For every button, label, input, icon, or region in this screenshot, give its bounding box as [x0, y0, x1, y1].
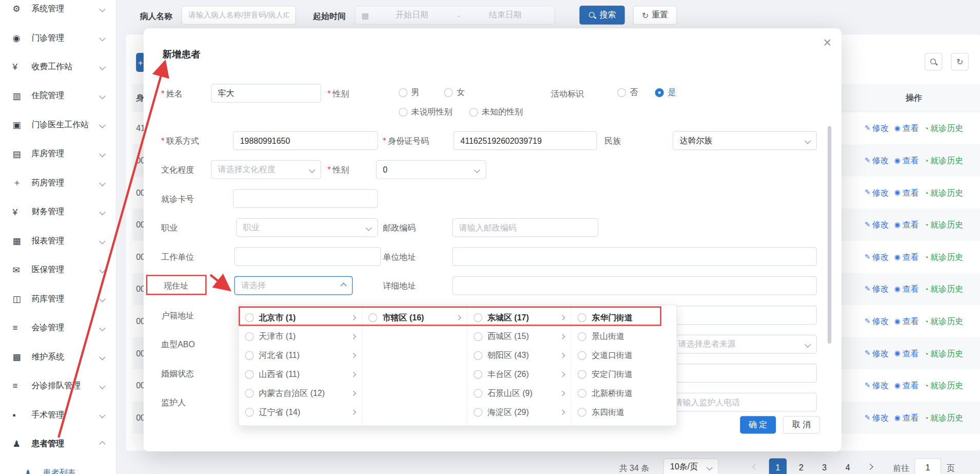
- cascader-option-andingmen[interactable]: 安定门街道: [572, 365, 676, 384]
- end-date-placeholder[interactable]: 结束日期: [462, 9, 548, 21]
- sidebar-item-surgery[interactable]: ▪手术管理: [0, 400, 116, 429]
- history-link[interactable]: ◔就诊历史: [924, 123, 963, 134]
- prev-page-button[interactable]: [752, 464, 758, 470]
- history-link[interactable]: ◔就诊历史: [924, 187, 963, 198]
- page-size-select[interactable]: 10条/页: [663, 458, 719, 474]
- sidebar-item-consultation[interactable]: ≡会诊管理: [0, 313, 116, 342]
- sidebar-item-triage-queue[interactable]: ≡分诊排队管理: [0, 371, 116, 400]
- contact-input[interactable]: [233, 131, 378, 150]
- edit-link[interactable]: ✎修改: [865, 187, 889, 198]
- gender2-select[interactable]: 0: [376, 160, 486, 179]
- name-input[interactable]: [211, 84, 321, 103]
- view-link[interactable]: ◉查看: [894, 283, 918, 295]
- edit-link[interactable]: ✎修改: [865, 348, 889, 359]
- cascader-option-hebei[interactable]: 河北省 (11): [239, 346, 362, 365]
- next-page-button[interactable]: [867, 464, 873, 470]
- edit-link[interactable]: ✎修改: [865, 412, 889, 423]
- cascader-option-shixiaqu[interactable]: 市辖区 (16): [362, 308, 466, 327]
- marital-row-input[interactable]: [667, 364, 817, 383]
- cascader-option-beijing[interactable]: 北京市 (1): [239, 308, 362, 327]
- history-link[interactable]: ◔就诊历史: [924, 315, 963, 327]
- view-link[interactable]: ◉查看: [894, 219, 918, 231]
- view-link[interactable]: ◉查看: [894, 315, 918, 327]
- sidebar-item-system[interactable]: ⚙系统管理: [0, 0, 116, 23]
- view-link[interactable]: ◉查看: [894, 251, 918, 262]
- cascader-option-dongsi[interactable]: 东四街道: [572, 403, 676, 422]
- patient-source-select[interactable]: 请选择患者来源: [672, 335, 817, 354]
- sidebar-item-inpatient[interactable]: ▥住院管理: [0, 81, 116, 110]
- ethnicity-select[interactable]: 达斡尔族: [673, 131, 817, 150]
- sidebar-item-outpatient[interactable]: ◉门诊管理: [0, 23, 116, 52]
- table-refresh-icon-button[interactable]: ↻: [951, 53, 969, 70]
- search-button[interactable]: 搜索: [579, 6, 624, 25]
- date-range-picker[interactable]: ▦ 开始日期 - 结束日期: [355, 6, 555, 25]
- sidebar-item-patient-list[interactable]: ♟患者列表: [0, 458, 116, 474]
- card-number-input[interactable]: [233, 189, 378, 208]
- cascader-option-fengtai[interactable]: 丰台区 (26): [467, 365, 571, 384]
- sidebar-item-insurance[interactable]: ✉医保管理: [0, 255, 116, 284]
- close-icon[interactable]: ×: [824, 35, 832, 51]
- edit-link[interactable]: ✎修改: [865, 315, 889, 327]
- edit-link[interactable]: ✎修改: [865, 380, 889, 391]
- cascader-option-jingshan[interactable]: 景山街道: [572, 327, 676, 346]
- cascader-option-dongcheng[interactable]: 东城区 (17): [467, 308, 571, 327]
- current-address-cascader[interactable]: 请选择: [234, 276, 353, 295]
- history-link[interactable]: ◔就诊历史: [924, 348, 963, 359]
- cascader-option-donghuamen[interactable]: 东华门街道: [572, 308, 676, 327]
- history-link[interactable]: ◔就诊历史: [924, 219, 963, 231]
- history-link[interactable]: ◔就诊历史: [924, 155, 963, 166]
- history-link[interactable]: ◔就诊历史: [924, 283, 963, 295]
- sidebar-item-pharmacy[interactable]: ＋药房管理: [0, 168, 116, 197]
- view-link[interactable]: ◉查看: [894, 187, 918, 198]
- cascader-option-tianjin[interactable]: 天津市 (1): [239, 327, 362, 346]
- gender-radio-unknown[interactable]: 未知的性别: [469, 106, 522, 118]
- modal-scrollbar[interactable]: [828, 126, 831, 344]
- sidebar-item-report[interactable]: ▦报表管理: [0, 226, 116, 255]
- history-link[interactable]: ◔就诊历史: [924, 412, 963, 423]
- active-radio-yes[interactable]: 是: [655, 87, 676, 98]
- view-link[interactable]: ◉查看: [894, 155, 918, 166]
- patient-name-input[interactable]: [182, 6, 296, 25]
- guardian-phone-input[interactable]: [668, 393, 817, 412]
- history-link[interactable]: ◔就诊历史: [924, 251, 963, 262]
- edit-link[interactable]: ✎修改: [865, 251, 889, 262]
- cascader-option-jiaodaokou[interactable]: 交道口街道: [572, 346, 676, 365]
- cascader-option-chaoyang[interactable]: 朝阳区 (43): [467, 346, 571, 365]
- cascader-option-neimenggu[interactable]: 内蒙古自治区 (12): [239, 384, 362, 403]
- view-link[interactable]: ◉查看: [894, 348, 918, 359]
- gender-radio-unstated[interactable]: 未说明性别: [399, 106, 452, 118]
- gender-radio-male[interactable]: 男: [399, 87, 420, 98]
- edit-link[interactable]: ✎修改: [865, 155, 889, 166]
- work-unit-input[interactable]: [234, 247, 381, 266]
- view-link[interactable]: ◉查看: [894, 380, 918, 391]
- sidebar-item-maintenance[interactable]: ▩维护系统: [0, 343, 116, 371]
- table-search-icon-button[interactable]: [925, 53, 942, 70]
- view-link[interactable]: ◉查看: [894, 123, 918, 134]
- page-button-2[interactable]: 2: [792, 458, 810, 474]
- cascader-option-xicheng[interactable]: 西城区 (15): [467, 327, 571, 346]
- edit-link[interactable]: ✎修改: [865, 283, 889, 295]
- cascader-option-shijingshan[interactable]: 石景山区 (9): [467, 384, 571, 403]
- occupation-select[interactable]: 职业: [236, 218, 378, 237]
- cascader-option-haidian[interactable]: 海淀区 (29): [467, 403, 571, 422]
- history-link[interactable]: ◔就诊历史: [924, 380, 963, 391]
- page-button-3[interactable]: 3: [816, 458, 833, 474]
- page-button-1[interactable]: 1: [769, 458, 787, 474]
- id-number-input[interactable]: [454, 131, 597, 150]
- sidebar-item-warehouse[interactable]: ▤库房管理: [0, 139, 116, 168]
- sidebar-item-drugstore[interactable]: ◫药库管理: [0, 285, 116, 313]
- confirm-button[interactable]: 确 定: [740, 416, 776, 433]
- cancel-button[interactable]: 取 消: [783, 416, 820, 433]
- sidebar-item-finance[interactable]: ¥财务管理: [0, 197, 116, 226]
- sidebar-item-doctor-workstation[interactable]: ▣门诊医生工作站: [0, 110, 116, 139]
- reset-button[interactable]: ↻ 重置: [633, 6, 677, 25]
- cascader-option-shanxi[interactable]: 山西省 (11): [239, 365, 362, 384]
- view-link[interactable]: ◉查看: [894, 412, 918, 423]
- postal-code-input[interactable]: [452, 218, 598, 237]
- detail-address-input[interactable]: [452, 276, 817, 295]
- education-select[interactable]: 请选择文化程度: [211, 160, 321, 179]
- sidebar-item-patient-management[interactable]: ♟患者管理: [0, 429, 116, 458]
- goto-page-input[interactable]: [914, 458, 941, 474]
- edit-link[interactable]: ✎修改: [865, 123, 889, 134]
- start-date-placeholder[interactable]: 开始日期: [369, 9, 455, 21]
